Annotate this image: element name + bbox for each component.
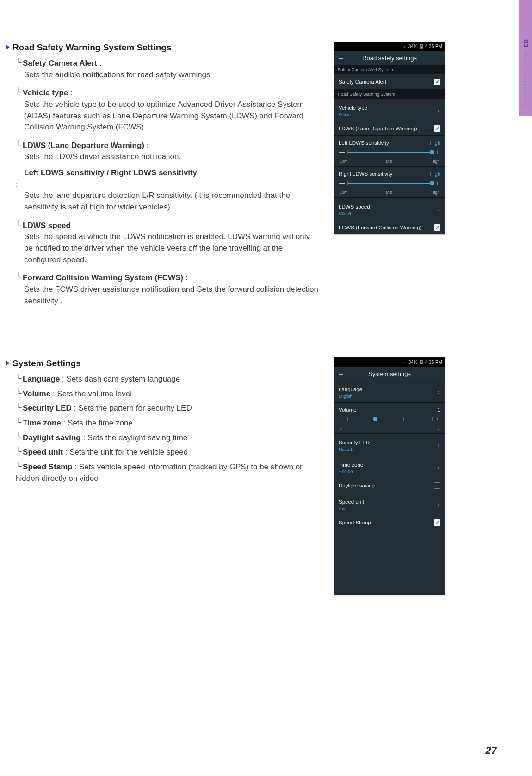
time-text: 4:35 PM	[425, 360, 442, 365]
item-ldws-sensitivity-desc: Sets the lane departure detection L/R se…	[24, 190, 320, 213]
item-ldws-sensitivity-name: Left LDWS sensitivity / Right LDWS sensi…	[24, 167, 320, 179]
slider-right-ldws[interactable]: — +	[339, 179, 440, 186]
group-header-sca: Safety Camera Alert System	[334, 65, 445, 74]
battery-text: 34%	[408, 44, 418, 49]
slider-tick-labels: LowMidHigh	[334, 190, 445, 198]
chevron-right-icon: ›	[438, 501, 439, 508]
svg-rect-2	[421, 47, 422, 48]
row-safety-camera-alert[interactable]: Safety Camera Alert	[334, 74, 445, 89]
phone-road-safety: 34% 4:35 PM ← Road safety settings Safet…	[334, 42, 445, 234]
checkbox-icon[interactable]	[434, 519, 440, 526]
slider-volume[interactable]: — +	[339, 415, 440, 422]
phone-system-settings: 34% 4:35 PM ← System settings LanguageEn…	[334, 357, 445, 595]
chevron-right-icon: ›	[438, 464, 439, 471]
battery-text: 34%	[408, 360, 418, 365]
wifi-icon	[402, 360, 407, 364]
svg-rect-1	[421, 44, 422, 44]
row-left-ldws-sensitivity[interactable]: Left LDWS sensitivityHigh — +	[334, 136, 445, 159]
row-daylight-saving[interactable]: Daylight saving	[334, 478, 445, 493]
item-volume: └Volume : Sets the volume level	[16, 388, 320, 400]
checkbox-icon[interactable]	[434, 79, 440, 85]
wifi-icon	[402, 44, 407, 49]
item-language: └Language : Sets dash cam system languag…	[16, 373, 320, 385]
chapter-title: Mobile Application	[522, 47, 530, 108]
item-time-zone: └Time zone : Sets the time zone	[16, 417, 320, 429]
row-speed-stamp[interactable]: Speed Stamp	[334, 515, 445, 530]
triangle-icon	[6, 360, 10, 366]
item-security-led: └Security LED : Sets the pattern for sec…	[16, 402, 320, 414]
manual-page: 03 Mobile Application 27 Road Safety War…	[0, 0, 532, 776]
row-volume[interactable]: Volume1 — +	[334, 403, 445, 426]
item-fcws: └Forward Collision Warning System (FCWS)…	[16, 272, 320, 307]
section-system-settings: System Settings └Language : Sets dash ca…	[6, 357, 500, 595]
plus-icon[interactable]: +	[435, 415, 440, 422]
minus-icon[interactable]: —	[339, 415, 344, 422]
row-speed-unit[interactable]: Speed unitkm/h ›	[334, 493, 445, 515]
minus-icon[interactable]: —	[339, 148, 344, 155]
slider-tick-labels: 03	[334, 426, 445, 434]
item-daylight-saving: └Daylight saving : Sets the daylight sav…	[16, 432, 320, 444]
battery-icon	[420, 360, 423, 364]
title-bar: ← System settings	[334, 367, 445, 381]
battery-icon	[420, 44, 423, 49]
svg-rect-4	[421, 360, 422, 360]
chevron-right-icon: ›	[438, 107, 439, 114]
checkbox-icon[interactable]	[434, 482, 440, 489]
back-button[interactable]: ←	[334, 367, 348, 381]
side-tab: 03 Mobile Application	[522, 39, 530, 108]
checkbox-icon[interactable]	[434, 125, 440, 132]
item-ldws-speed: └LDWS speed : Sets the speed at which th…	[16, 220, 320, 266]
row-time-zone[interactable]: Time zone+ 09:00 ›	[334, 456, 445, 478]
row-ldws-speed[interactable]: LDWS speed80km/h ›	[334, 198, 445, 220]
slider-left-ldws[interactable]: — +	[339, 148, 440, 155]
status-bar: 34% 4:35 PM	[334, 42, 445, 51]
page-number: 27	[486, 745, 497, 757]
section-heading-road: Road Safety Warning System Settings	[6, 43, 320, 53]
screen-title: Road safety settings	[362, 55, 417, 62]
item-vehicle-type: └Vehicle type : Sets the vehicle type to…	[16, 87, 320, 133]
heading-text: System Settings	[12, 358, 81, 368]
row-fcws[interactable]: FCWS (Forward Collision Warning)	[334, 220, 445, 234]
row-right-ldws-sensitivity[interactable]: Right LDWS sensitivityHigh — +	[334, 167, 445, 190]
group-header-rsws: Road Safety Warning System	[334, 89, 445, 99]
row-ldws[interactable]: LDWS (Lane Departure Warning)	[334, 121, 445, 136]
chevron-right-icon: ›	[438, 388, 439, 395]
phone-empty-fill	[334, 530, 445, 595]
item-ldws: └LDWS (Lane Departure Warning) : Sets th…	[16, 140, 320, 213]
row-vehicle-type[interactable]: Vehicle typeSedan ›	[334, 99, 445, 121]
time-text: 4:35 PM	[425, 44, 442, 49]
triangle-icon	[6, 44, 10, 50]
plus-icon[interactable]: +	[435, 148, 440, 155]
item-safety-camera-alert: └Safety Camera Alert : Sets the audible …	[16, 57, 320, 80]
status-bar: 34% 4:35 PM	[334, 357, 445, 367]
row-language[interactable]: LanguageEnglish ›	[334, 381, 445, 403]
section-road-safety: Road Safety Warning System Settings └Saf…	[6, 42, 500, 313]
row-security-led[interactable]: Security LEDMode 1 ›	[334, 434, 445, 456]
heading-text: Road Safety Warning System Settings	[12, 43, 171, 52]
item-speed-unit: └Speed unit : Sets the unit for the vehi…	[16, 446, 320, 458]
chevron-right-icon: ›	[438, 206, 439, 213]
svg-rect-5	[421, 363, 422, 364]
checkbox-icon[interactable]	[434, 224, 440, 231]
item-speed-stamp: └Speed Stamp : Sets vehicle speed inform…	[16, 461, 320, 484]
chapter-number: 03	[522, 39, 530, 47]
section-heading-system: System Settings	[6, 358, 320, 369]
slider-tick-labels: LowMidHigh	[334, 159, 445, 167]
chevron-right-icon: ›	[438, 442, 439, 449]
screen-title: System settings	[368, 370, 411, 377]
back-button[interactable]: ←	[334, 51, 348, 65]
title-bar: ← Road safety settings	[334, 51, 445, 65]
minus-icon[interactable]: —	[339, 179, 344, 186]
plus-icon[interactable]: +	[435, 179, 440, 186]
